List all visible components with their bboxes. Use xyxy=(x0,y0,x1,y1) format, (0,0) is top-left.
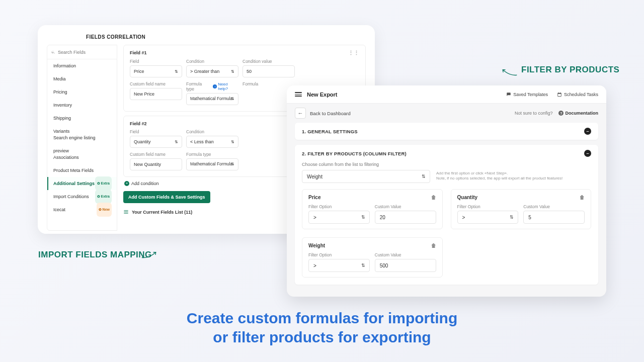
collapse-icon[interactable]: – xyxy=(584,128,591,135)
sidebar-item-inventory[interactable]: Inventory xyxy=(47,99,117,112)
save-custom-fields-button[interactable]: Add Custom Fields & Save Settings xyxy=(123,191,210,203)
condition-select[interactable]: < Less than xyxy=(186,136,238,148)
filter-name: Weight xyxy=(308,243,325,248)
export-subbar: ← Back to Dashboard Not sure to config? … xyxy=(287,104,606,123)
marketing-headline: Create custom formulas for importingor f… xyxy=(0,309,644,346)
filter-value-input[interactable]: 500 xyxy=(375,259,436,272)
search-icon xyxy=(51,50,55,54)
sidebar-item-media[interactable]: Media xyxy=(47,72,117,85)
choose-column-hint: Choose column from the list to filtering xyxy=(302,162,591,167)
delete-filter-icon[interactable]: 🗑 xyxy=(580,195,585,200)
sidebar-item-icecat[interactable]: Icecat✿ New xyxy=(47,203,117,216)
saved-templates-link[interactable]: Saved Templates xyxy=(506,92,548,97)
delete-filter-icon[interactable]: 🗑 xyxy=(431,243,436,248)
filter-name: Quantity xyxy=(457,195,478,200)
filter-card-weight: Weight🗑 Filter Option> Custom Value500 xyxy=(302,237,443,278)
delete-filter-icon[interactable]: 🗑 xyxy=(431,195,436,200)
field-select[interactable]: Quantity xyxy=(130,136,182,148)
annotation-import-mapping: IMPORT FIELDS MAPPING xyxy=(38,250,152,260)
sidebar-item-pricing[interactable]: Pricing xyxy=(47,85,117,99)
save-icon xyxy=(506,92,511,97)
general-settings-card: 1. GENERAL SETTINGS– xyxy=(295,123,598,140)
field-block-title: Field #2 xyxy=(130,121,147,126)
fields-sidebar: Information Media Pricing Inventory Ship… xyxy=(47,45,117,231)
label-field: Field xyxy=(130,129,182,134)
not-sure-text: Not sure to config? xyxy=(515,111,553,116)
filter-name: Price xyxy=(308,195,320,200)
export-title: New Export xyxy=(295,92,338,98)
label-condition: Condition xyxy=(186,129,238,134)
arrow-left-icon: ← xyxy=(298,110,303,116)
panel-title: FIELDS CORRELATION xyxy=(86,34,366,40)
filter-value-input[interactable]: 5 xyxy=(523,211,585,224)
filter-by-products-card: 2. FILTER BY PRODUCTS (COLUMN FILTER)– C… xyxy=(295,145,598,285)
need-help-link[interactable]: iNeed help? xyxy=(213,82,238,91)
new-export-panel: New Export Saved Templates Scheduled Tas… xyxy=(287,85,606,297)
filter-option-select[interactable]: > xyxy=(308,259,370,272)
drag-handle-icon[interactable]: ⋮⋮ xyxy=(348,50,359,56)
filter-option-select[interactable]: > xyxy=(308,211,370,224)
label-custom-name: Custom field name xyxy=(130,152,182,157)
filter-card-quantity: Quantity🗑 Filter Option> Custom Value5 xyxy=(451,189,592,229)
sidebar-item-shipping[interactable]: Shipping xyxy=(47,112,117,125)
label-filter-option: Filter Option xyxy=(308,204,370,209)
export-top-links: Saved Templates Scheduled Tasks xyxy=(506,92,598,97)
label-custom-value: Custom Value xyxy=(375,252,436,257)
extra-badge: ✿ Extra xyxy=(95,176,112,191)
sidebar-item-additional-settings[interactable]: Additional Settings✿ Extra xyxy=(47,177,117,190)
arrow-icon xyxy=(141,250,158,260)
label-condition-value: Condition value xyxy=(243,59,295,64)
sidebar-item-meta-fields[interactable]: Product Meta Fields xyxy=(47,164,117,177)
documentation-link[interactable]: ?Documentation xyxy=(558,111,598,116)
arrow-icon xyxy=(500,67,518,77)
label-filter-option: Filter Option xyxy=(457,204,519,209)
condition-value-input[interactable]: 50 xyxy=(243,65,295,77)
filter-note: Add the first option or click «Next Step… xyxy=(436,170,591,182)
label-custom-value: Custom Value xyxy=(523,204,585,209)
custom-name-input[interactable]: New Quantity xyxy=(130,158,182,170)
filter-value-input[interactable]: 20 xyxy=(375,211,436,224)
scheduled-tasks-link[interactable]: Scheduled Tasks xyxy=(557,92,598,97)
collapse-icon[interactable]: – xyxy=(584,150,591,157)
label-condition: Condition xyxy=(186,59,238,64)
plus-icon: + xyxy=(124,181,129,186)
column-select[interactable]: Weight xyxy=(302,170,430,183)
menu-icon[interactable] xyxy=(295,92,302,97)
section-title: 1. GENERAL SETTINGS xyxy=(302,129,358,134)
calendar-icon xyxy=(557,92,562,97)
label-formula-type: Formula type xyxy=(186,152,238,157)
back-label[interactable]: Back to Dashboard xyxy=(310,111,351,116)
label-filter-option: Filter Option xyxy=(308,252,370,257)
section-title: 2. FILTER BY PRODUCTS (COLUMN FILTER) xyxy=(302,151,407,156)
label-field: Field xyxy=(130,59,182,64)
annotation-filter-products: FILTER BY PRODUCTS xyxy=(521,65,619,75)
new-badge: ✿ New xyxy=(97,203,112,217)
field-block-title: Field #1 xyxy=(130,50,147,56)
search-fields-wrap xyxy=(47,45,117,59)
search-fields-input[interactable] xyxy=(58,50,113,55)
label-custom-value: Custom Value xyxy=(375,204,436,209)
custom-name-input[interactable]: New Price xyxy=(130,88,182,100)
export-topbar: New Export Saved Templates Scheduled Tas… xyxy=(287,85,606,104)
formula-type-select[interactable]: Mathematical Formula xyxy=(186,158,238,170)
sidebar-item-information[interactable]: Information xyxy=(47,59,117,72)
sidebar-item-import-conditions[interactable]: Import Conditions✿ Extra xyxy=(47,190,117,203)
formula-type-select[interactable]: Mathematical Formula xyxy=(186,93,238,105)
condition-select[interactable]: > Greater than xyxy=(186,65,238,77)
list-icon xyxy=(123,209,129,215)
back-button[interactable]: ← xyxy=(295,108,306,119)
help-icon: ? xyxy=(558,111,564,116)
extra-badge: ✿ Extra xyxy=(95,190,112,204)
filter-card-price: Price🗑 Filter Option> Custom Value20 xyxy=(302,189,443,229)
field-select[interactable]: Price xyxy=(130,65,182,77)
filter-option-select[interactable]: > xyxy=(457,211,519,224)
label-custom-name: Custom field name xyxy=(130,81,182,86)
sidebar-item-seo[interactable]: Search engine listing preview xyxy=(47,138,117,151)
label-formula-type: Formula type iNeed help? xyxy=(186,81,238,92)
